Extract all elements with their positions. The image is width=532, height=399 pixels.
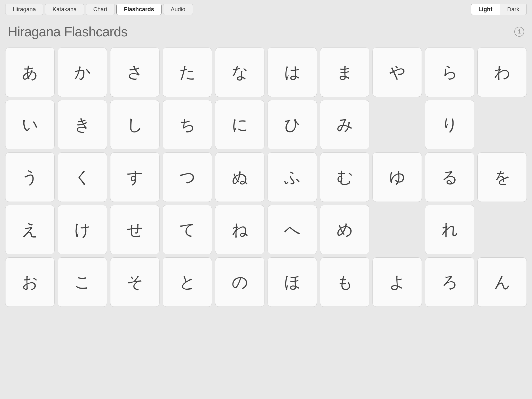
flashcard-character: め [337, 222, 353, 238]
flashcard-character: さ [127, 64, 143, 80]
flashcard-ひ[interactable]: ひ [268, 100, 317, 149]
tab-audio[interactable]: Audio [163, 4, 193, 15]
flashcard-character: そ [127, 274, 143, 290]
flashcard-ふ[interactable]: ふ [268, 152, 317, 202]
flashcard-character: ら [442, 64, 458, 80]
flashcard-character: ほ [284, 274, 301, 290]
flashcard-character: か [74, 64, 91, 80]
flashcard-の[interactable]: の [215, 257, 264, 307]
flashcard-は[interactable]: は [268, 48, 317, 97]
flashcard-い[interactable]: い [5, 100, 55, 149]
flashcard-character: ゆ [389, 169, 405, 185]
flashcard-character: ふ [284, 169, 301, 185]
flashcard-character: は [284, 64, 301, 80]
header-divider [8, 42, 524, 42]
flashcard-character: け [74, 222, 91, 238]
flashcard-character: つ [179, 169, 196, 185]
flashcard-character: む [337, 169, 353, 185]
flashcard-character: ん [494, 274, 510, 290]
flashcard-ね[interactable]: ね [215, 205, 264, 254]
flashcard-character: せ [127, 222, 143, 238]
info-icon[interactable]: ℹ [514, 27, 524, 37]
flashcard-に[interactable]: に [215, 100, 264, 149]
flashcard-empty [477, 100, 527, 149]
tab-katakana[interactable]: Katakana [45, 4, 84, 15]
flashcard-か[interactable]: か [58, 48, 107, 97]
flashcard-character: く [74, 169, 91, 185]
flashcard-し[interactable]: し [110, 100, 159, 149]
page-title: Hiragana Flashcards [8, 24, 128, 39]
flashcard-ち[interactable]: ち [163, 100, 212, 149]
flashcard-character: き [74, 117, 91, 133]
top-navigation: Hiragana Katakana Chart Flashcards Audio… [0, 0, 532, 19]
flashcard-character: ぬ [232, 169, 248, 185]
flashcard-た[interactable]: た [163, 48, 212, 97]
flashcard-わ[interactable]: わ [477, 48, 527, 97]
flashcard-ん[interactable]: ん [477, 257, 527, 307]
flashcard-さ[interactable]: さ [110, 48, 159, 97]
flashcard-character: う [22, 169, 38, 185]
flashcard-る[interactable]: る [425, 152, 474, 202]
flashcard-り[interactable]: り [425, 100, 474, 149]
flashcard-character: え [22, 222, 38, 238]
flashcard-つ[interactable]: つ [163, 152, 212, 202]
flashcard-character: ひ [284, 117, 301, 133]
flashcard-grid: あかさたなはまやらわいきしちにひみりうくすつぬふむゆるをえけせてねへめれおこそと… [0, 48, 532, 312]
flashcard-へ[interactable]: へ [268, 205, 317, 254]
flashcard-や[interactable]: や [373, 48, 422, 97]
flashcard-character: に [232, 117, 248, 133]
flashcard-と[interactable]: と [163, 257, 212, 307]
flashcard-character: と [179, 274, 196, 290]
flashcard-ら[interactable]: ら [425, 48, 474, 97]
flashcard-character: す [127, 169, 143, 185]
theme-light-button[interactable]: Light [471, 4, 500, 15]
flashcard-character: よ [389, 274, 405, 290]
flashcard-き[interactable]: き [58, 100, 107, 149]
flashcard-め[interactable]: め [320, 205, 369, 254]
flashcard-お[interactable]: お [5, 257, 55, 307]
flashcard-れ[interactable]: れ [425, 205, 474, 254]
tab-flashcards[interactable]: Flashcards [116, 4, 162, 15]
flashcard-せ[interactable]: せ [110, 205, 159, 254]
flashcard-む[interactable]: む [320, 152, 369, 202]
flashcard-な[interactable]: な [215, 48, 264, 97]
page-header: Hiragana Flashcards ℹ [0, 19, 532, 42]
flashcard-character: ち [179, 117, 196, 133]
flashcard-う[interactable]: う [5, 152, 55, 202]
flashcard-character: ろ [442, 274, 458, 290]
flashcard-empty [477, 205, 527, 254]
flashcard-け[interactable]: け [58, 205, 107, 254]
theme-toggle-group: Light Dark [471, 4, 527, 15]
flashcard-す[interactable]: す [110, 152, 159, 202]
flashcard-こ[interactable]: こ [58, 257, 107, 307]
flashcard-く[interactable]: く [58, 152, 107, 202]
flashcard-あ[interactable]: あ [5, 48, 55, 97]
flashcard-character: な [232, 64, 248, 80]
flashcard-character: ま [337, 64, 353, 80]
flashcard-character: あ [22, 64, 38, 80]
flashcard-empty [373, 100, 422, 149]
flashcard-character: の [232, 274, 248, 290]
flashcard-character: い [22, 117, 38, 133]
flashcard-よ[interactable]: よ [373, 257, 422, 307]
tab-chart[interactable]: Chart [86, 4, 115, 15]
flashcard-ぬ[interactable]: ぬ [215, 152, 264, 202]
flashcard-そ[interactable]: そ [110, 257, 159, 307]
flashcard-ろ[interactable]: ろ [425, 257, 474, 307]
flashcard-も[interactable]: も [320, 257, 369, 307]
flashcard-character: お [22, 274, 38, 290]
tab-hiragana[interactable]: Hiragana [5, 4, 43, 15]
flashcard-み[interactable]: み [320, 100, 369, 149]
flashcard-ほ[interactable]: ほ [268, 257, 317, 307]
flashcard-character: て [179, 222, 196, 238]
flashcard-character: し [127, 117, 143, 133]
flashcard-character: み [337, 117, 353, 133]
flashcard-character: も [337, 274, 353, 290]
flashcard-character: る [442, 169, 458, 185]
flashcard-ゆ[interactable]: ゆ [373, 152, 422, 202]
flashcard-ま[interactable]: ま [320, 48, 369, 97]
theme-dark-button[interactable]: Dark [500, 4, 527, 15]
flashcard-を[interactable]: を [477, 152, 527, 202]
flashcard-て[interactable]: て [163, 205, 212, 254]
flashcard-え[interactable]: え [5, 205, 55, 254]
